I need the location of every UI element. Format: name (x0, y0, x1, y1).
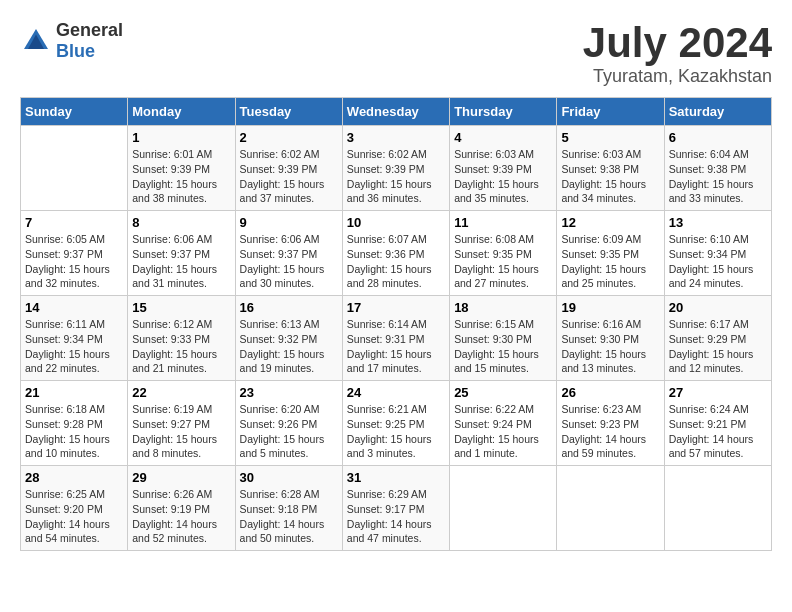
calendar-cell: 19 Sunrise: 6:16 AMSunset: 9:30 PMDaylig… (557, 296, 664, 381)
calendar-cell: 3 Sunrise: 6:02 AMSunset: 9:39 PMDayligh… (342, 126, 449, 211)
day-detail: Sunrise: 6:09 AMSunset: 9:35 PMDaylight:… (561, 233, 646, 289)
day-detail: Sunrise: 6:05 AMSunset: 9:37 PMDaylight:… (25, 233, 110, 289)
day-detail: Sunrise: 6:06 AMSunset: 9:37 PMDaylight:… (240, 233, 325, 289)
day-number: 21 (25, 385, 123, 400)
day-number: 16 (240, 300, 338, 315)
calendar-cell: 28 Sunrise: 6:25 AMSunset: 9:20 PMDaylig… (21, 466, 128, 551)
calendar-cell: 5 Sunrise: 6:03 AMSunset: 9:38 PMDayligh… (557, 126, 664, 211)
calendar-cell: 23 Sunrise: 6:20 AMSunset: 9:26 PMDaylig… (235, 381, 342, 466)
day-detail: Sunrise: 6:11 AMSunset: 9:34 PMDaylight:… (25, 318, 110, 374)
day-detail: Sunrise: 6:04 AMSunset: 9:38 PMDaylight:… (669, 148, 754, 204)
calendar-cell (557, 466, 664, 551)
day-number: 8 (132, 215, 230, 230)
calendar-cell: 11 Sunrise: 6:08 AMSunset: 9:35 PMDaylig… (450, 211, 557, 296)
logo: General Blue (20, 20, 123, 62)
calendar-cell: 10 Sunrise: 6:07 AMSunset: 9:36 PMDaylig… (342, 211, 449, 296)
calendar-cell: 17 Sunrise: 6:14 AMSunset: 9:31 PMDaylig… (342, 296, 449, 381)
week-row-1: 1 Sunrise: 6:01 AMSunset: 9:39 PMDayligh… (21, 126, 772, 211)
day-detail: Sunrise: 6:29 AMSunset: 9:17 PMDaylight:… (347, 488, 432, 544)
day-number: 27 (669, 385, 767, 400)
header-monday: Monday (128, 98, 235, 126)
day-detail: Sunrise: 6:01 AMSunset: 9:39 PMDaylight:… (132, 148, 217, 204)
calendar-cell: 12 Sunrise: 6:09 AMSunset: 9:35 PMDaylig… (557, 211, 664, 296)
day-number: 2 (240, 130, 338, 145)
day-detail: Sunrise: 6:02 AMSunset: 9:39 PMDaylight:… (240, 148, 325, 204)
day-number: 31 (347, 470, 445, 485)
day-detail: Sunrise: 6:03 AMSunset: 9:38 PMDaylight:… (561, 148, 646, 204)
week-row-2: 7 Sunrise: 6:05 AMSunset: 9:37 PMDayligh… (21, 211, 772, 296)
day-detail: Sunrise: 6:15 AMSunset: 9:30 PMDaylight:… (454, 318, 539, 374)
day-number: 5 (561, 130, 659, 145)
week-row-5: 28 Sunrise: 6:25 AMSunset: 9:20 PMDaylig… (21, 466, 772, 551)
logo-general: General (56, 20, 123, 40)
calendar-cell: 26 Sunrise: 6:23 AMSunset: 9:23 PMDaylig… (557, 381, 664, 466)
day-detail: Sunrise: 6:25 AMSunset: 9:20 PMDaylight:… (25, 488, 110, 544)
day-detail: Sunrise: 6:22 AMSunset: 9:24 PMDaylight:… (454, 403, 539, 459)
day-number: 26 (561, 385, 659, 400)
header-saturday: Saturday (664, 98, 771, 126)
day-detail: Sunrise: 6:19 AMSunset: 9:27 PMDaylight:… (132, 403, 217, 459)
logo-icon (20, 25, 52, 57)
calendar-cell (21, 126, 128, 211)
day-detail: Sunrise: 6:20 AMSunset: 9:26 PMDaylight:… (240, 403, 325, 459)
day-number: 12 (561, 215, 659, 230)
calendar-cell (664, 466, 771, 551)
calendar-cell: 13 Sunrise: 6:10 AMSunset: 9:34 PMDaylig… (664, 211, 771, 296)
day-number: 19 (561, 300, 659, 315)
day-detail: Sunrise: 6:26 AMSunset: 9:19 PMDaylight:… (132, 488, 217, 544)
day-number: 1 (132, 130, 230, 145)
header-tuesday: Tuesday (235, 98, 342, 126)
day-number: 7 (25, 215, 123, 230)
calendar-cell: 20 Sunrise: 6:17 AMSunset: 9:29 PMDaylig… (664, 296, 771, 381)
day-number: 30 (240, 470, 338, 485)
calendar-cell: 29 Sunrise: 6:26 AMSunset: 9:19 PMDaylig… (128, 466, 235, 551)
location-subtitle: Tyuratam, Kazakhstan (583, 66, 772, 87)
calendar-cell: 22 Sunrise: 6:19 AMSunset: 9:27 PMDaylig… (128, 381, 235, 466)
day-detail: Sunrise: 6:07 AMSunset: 9:36 PMDaylight:… (347, 233, 432, 289)
calendar-cell: 7 Sunrise: 6:05 AMSunset: 9:37 PMDayligh… (21, 211, 128, 296)
calendar-cell: 30 Sunrise: 6:28 AMSunset: 9:18 PMDaylig… (235, 466, 342, 551)
day-detail: Sunrise: 6:08 AMSunset: 9:35 PMDaylight:… (454, 233, 539, 289)
calendar-cell: 18 Sunrise: 6:15 AMSunset: 9:30 PMDaylig… (450, 296, 557, 381)
day-number: 22 (132, 385, 230, 400)
day-detail: Sunrise: 6:16 AMSunset: 9:30 PMDaylight:… (561, 318, 646, 374)
day-number: 11 (454, 215, 552, 230)
day-number: 17 (347, 300, 445, 315)
calendar-cell: 25 Sunrise: 6:22 AMSunset: 9:24 PMDaylig… (450, 381, 557, 466)
day-number: 13 (669, 215, 767, 230)
day-detail: Sunrise: 6:06 AMSunset: 9:37 PMDaylight:… (132, 233, 217, 289)
header-friday: Friday (557, 98, 664, 126)
calendar-cell: 9 Sunrise: 6:06 AMSunset: 9:37 PMDayligh… (235, 211, 342, 296)
calendar-cell: 15 Sunrise: 6:12 AMSunset: 9:33 PMDaylig… (128, 296, 235, 381)
calendar-cell: 27 Sunrise: 6:24 AMSunset: 9:21 PMDaylig… (664, 381, 771, 466)
calendar-cell: 14 Sunrise: 6:11 AMSunset: 9:34 PMDaylig… (21, 296, 128, 381)
day-detail: Sunrise: 6:24 AMSunset: 9:21 PMDaylight:… (669, 403, 754, 459)
day-number: 14 (25, 300, 123, 315)
day-detail: Sunrise: 6:13 AMSunset: 9:32 PMDaylight:… (240, 318, 325, 374)
day-number: 28 (25, 470, 123, 485)
header-thursday: Thursday (450, 98, 557, 126)
calendar-cell: 16 Sunrise: 6:13 AMSunset: 9:32 PMDaylig… (235, 296, 342, 381)
logo-text: General Blue (56, 20, 123, 62)
week-row-3: 14 Sunrise: 6:11 AMSunset: 9:34 PMDaylig… (21, 296, 772, 381)
day-detail: Sunrise: 6:17 AMSunset: 9:29 PMDaylight:… (669, 318, 754, 374)
calendar-cell: 4 Sunrise: 6:03 AMSunset: 9:39 PMDayligh… (450, 126, 557, 211)
calendar-cell: 6 Sunrise: 6:04 AMSunset: 9:38 PMDayligh… (664, 126, 771, 211)
day-detail: Sunrise: 6:02 AMSunset: 9:39 PMDaylight:… (347, 148, 432, 204)
day-detail: Sunrise: 6:28 AMSunset: 9:18 PMDaylight:… (240, 488, 325, 544)
weekday-header-row: Sunday Monday Tuesday Wednesday Thursday… (21, 98, 772, 126)
day-number: 4 (454, 130, 552, 145)
day-detail: Sunrise: 6:12 AMSunset: 9:33 PMDaylight:… (132, 318, 217, 374)
day-detail: Sunrise: 6:23 AMSunset: 9:23 PMDaylight:… (561, 403, 646, 459)
title-area: July 2024 Tyuratam, Kazakhstan (583, 20, 772, 87)
month-year-title: July 2024 (583, 20, 772, 66)
week-row-4: 21 Sunrise: 6:18 AMSunset: 9:28 PMDaylig… (21, 381, 772, 466)
day-detail: Sunrise: 6:18 AMSunset: 9:28 PMDaylight:… (25, 403, 110, 459)
day-detail: Sunrise: 6:03 AMSunset: 9:39 PMDaylight:… (454, 148, 539, 204)
day-number: 18 (454, 300, 552, 315)
calendar-table: Sunday Monday Tuesday Wednesday Thursday… (20, 97, 772, 551)
calendar-cell: 21 Sunrise: 6:18 AMSunset: 9:28 PMDaylig… (21, 381, 128, 466)
calendar-cell: 31 Sunrise: 6:29 AMSunset: 9:17 PMDaylig… (342, 466, 449, 551)
day-number: 25 (454, 385, 552, 400)
logo-blue: Blue (56, 41, 95, 61)
